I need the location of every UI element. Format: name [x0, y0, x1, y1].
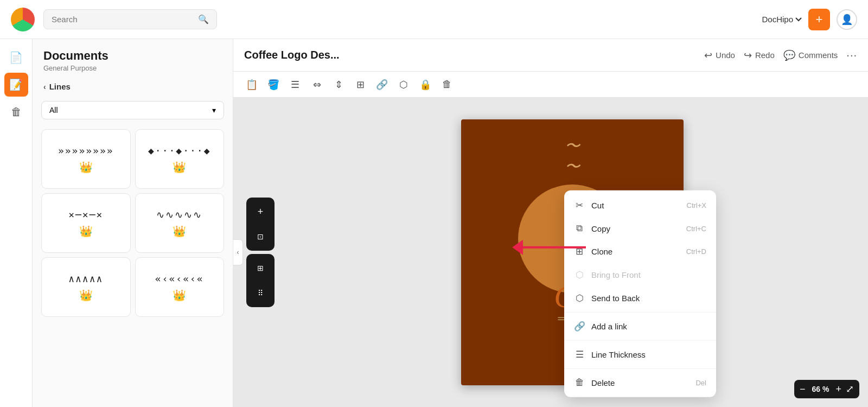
- more-options-button[interactable]: ···: [846, 49, 857, 61]
- toolbar-delete[interactable]: 🗑: [437, 75, 457, 94]
- zoom-in-button[interactable]: +: [835, 384, 841, 395]
- zoom-percentage: 66 %: [810, 385, 832, 393]
- add-link-label: Add a link: [591, 322, 627, 331]
- delete-icon: 🗑: [574, 377, 585, 388]
- toolbar-grid[interactable]: ⊞: [350, 75, 370, 94]
- line-card[interactable]: ◆···◆···◆ 👑: [135, 129, 225, 189]
- cut-label: Cut: [591, 201, 604, 210]
- clone-label: Clone: [591, 247, 612, 256]
- context-menu-line-thickness[interactable]: ☰ Line Thickness: [564, 343, 716, 366]
- toolbar-flip-v[interactable]: ⇕: [329, 75, 348, 94]
- copy-shortcut: Ctrl+C: [686, 224, 706, 232]
- line-preview-2: ◆···◆···◆: [148, 145, 211, 156]
- bottom-bar: − 66 % + ⤢: [794, 380, 859, 398]
- canvas-area: Coffee Logo Des... ↩ Undo ↪ Redo 💬 Comme…: [233, 39, 868, 407]
- toolbar-clipboard[interactable]: 📋: [242, 75, 261, 94]
- editor-actions: ↩ Undo ↪ Redo 💬 Comments ···: [704, 49, 857, 61]
- left-tools: + ⊡ ⊞ ⠿: [246, 198, 275, 307]
- user-avatar[interactable]: 👤: [837, 9, 857, 30]
- filter-chevron-icon: ▾: [212, 106, 216, 115]
- chevron-down-icon: [795, 16, 802, 23]
- lines-grid: »»»»»»»» 👑 ◆···◆···◆ 👑 ×─×─× 👑 ∿∿∿∿∿ 👑 ∧…: [33, 124, 233, 322]
- context-menu-send-to-back[interactable]: ⬡ Send to Back: [564, 287, 716, 310]
- undo-label: Undo: [716, 50, 735, 60]
- dochipo-menu[interactable]: DocHipo: [762, 15, 802, 24]
- add-new-button[interactable]: +: [808, 9, 830, 30]
- comments-label: Comments: [799, 50, 838, 60]
- context-menu: ✂ Cut Ctrl+X ⧉ Copy Ctrl+C ⊞ Clone Ctrl+…: [564, 190, 716, 397]
- line-card[interactable]: »»»»»»»» 👑: [41, 129, 131, 189]
- context-menu-copy[interactable]: ⧉ Copy Ctrl+C: [564, 217, 716, 240]
- toolbar-align[interactable]: ☰: [285, 75, 305, 94]
- panel-back-button[interactable]: ‹ Lines: [33, 77, 233, 97]
- line-preview-1: »»»»»»»»: [58, 145, 114, 156]
- premium-crown-3: 👑: [79, 225, 93, 238]
- redo-label: Redo: [755, 50, 775, 60]
- sidebar-item-trash[interactable]: 🗑: [4, 100, 28, 124]
- main-body: 📄 📝 🗑 Documents General Purpose ‹ Lines …: [0, 39, 868, 407]
- panel-back-label: Lines: [49, 82, 71, 91]
- context-menu-delete[interactable]: 🗑 Delete Del: [564, 371, 716, 394]
- line-card[interactable]: «‹«‹«‹« 👑: [135, 257, 225, 317]
- line-preview-3: ×─×─×: [68, 209, 103, 220]
- panel-collapse-handle[interactable]: ‹: [233, 239, 243, 265]
- premium-crown-2: 👑: [173, 161, 186, 174]
- search-bar[interactable]: 🔍: [43, 9, 217, 29]
- zoom-out-button[interactable]: −: [800, 384, 806, 395]
- fit-tool[interactable]: ⊡: [248, 225, 272, 249]
- premium-crown-6: 👑: [173, 289, 186, 302]
- sidebar-item-edit[interactable]: 📝: [4, 73, 28, 97]
- zoom-controls: − 66 % + ⤢: [794, 380, 859, 398]
- cut-shortcut: Ctrl+X: [687, 201, 706, 209]
- editor-toolbar: 📋 🪣 ☰ ⇔ ⇕ ⊞ 🔗 ⬡ 🔒 🗑: [233, 72, 868, 98]
- filter-row: All ▾: [33, 97, 233, 124]
- line-preview-4: ∿∿∿∿∿: [156, 209, 202, 220]
- copy-label: Copy: [591, 224, 610, 233]
- tool-group-top: + ⊡: [246, 198, 275, 251]
- copy-icon: ⧉: [574, 223, 585, 234]
- context-menu-cut[interactable]: ✂ Cut Ctrl+X: [564, 194, 716, 217]
- icon-sidebar: 📄 📝 🗑: [0, 39, 33, 407]
- grid-tool[interactable]: ⊞: [248, 256, 272, 280]
- bring-to-front-icon: ⬡: [574, 269, 585, 281]
- toolbar-flip-h[interactable]: ⇔: [307, 75, 327, 94]
- canvas-workspace[interactable]: ‹ + ⊡ ⊞ ⠿ 〜〜 Co ═ T: [233, 98, 868, 407]
- divider-2: [564, 340, 716, 341]
- send-to-back-label: Send to Back: [591, 294, 640, 303]
- toolbar-fill[interactable]: 🪣: [264, 75, 283, 94]
- toolbar-link[interactable]: 🔗: [372, 75, 392, 94]
- clone-shortcut: Ctrl+D: [686, 247, 706, 256]
- qr-tool[interactable]: ⠿: [248, 281, 272, 305]
- toolbar-lock[interactable]: 🔒: [416, 75, 435, 94]
- zoom-in-tool[interactable]: +: [248, 200, 272, 224]
- logo-icon[interactable]: [11, 8, 35, 31]
- premium-crown-4: 👑: [173, 225, 186, 238]
- line-preview-6: «‹«‹«‹«: [155, 273, 204, 284]
- premium-crown-1: 👑: [79, 161, 93, 174]
- context-menu-add-link[interactable]: 🔗 Add a link: [564, 315, 716, 338]
- filter-selected: All: [49, 106, 58, 115]
- premium-crown-5: 👑: [79, 289, 93, 302]
- toolbar-layers[interactable]: ⬡: [394, 75, 413, 94]
- sidebar-item-document[interactable]: 📄: [4, 46, 28, 69]
- line-card[interactable]: ∿∿∿∿∿ 👑: [135, 193, 225, 253]
- context-menu-clone[interactable]: ⊞ Clone Ctrl+D: [564, 240, 716, 263]
- undo-button[interactable]: ↩ Undo: [704, 49, 735, 61]
- editor-topbar: Coffee Logo Des... ↩ Undo ↪ Redo 💬 Comme…: [233, 39, 868, 72]
- redo-button[interactable]: ↪ Redo: [744, 49, 775, 61]
- undo-icon: ↩: [704, 49, 712, 61]
- line-card[interactable]: ×─×─× 👑: [41, 193, 131, 253]
- add-link-icon: 🔗: [574, 321, 585, 332]
- comments-button[interactable]: 💬 Comments: [783, 49, 838, 61]
- left-panel: Documents General Purpose ‹ Lines All ▾ …: [33, 39, 233, 407]
- cut-icon: ✂: [574, 200, 585, 211]
- zoom-fit-button[interactable]: ⤢: [846, 383, 854, 395]
- search-input[interactable]: [52, 15, 194, 24]
- comments-icon: 💬: [783, 49, 795, 61]
- line-card[interactable]: ∧∧∧∧∧ 👑: [41, 257, 131, 317]
- panel-header: Documents General Purpose: [33, 39, 233, 77]
- panel-title: Documents: [43, 49, 222, 63]
- line-thickness-icon: ☰: [574, 349, 585, 360]
- filter-select[interactable]: All ▾: [41, 101, 224, 119]
- tool-group-bottom: ⊞ ⠿: [246, 254, 275, 307]
